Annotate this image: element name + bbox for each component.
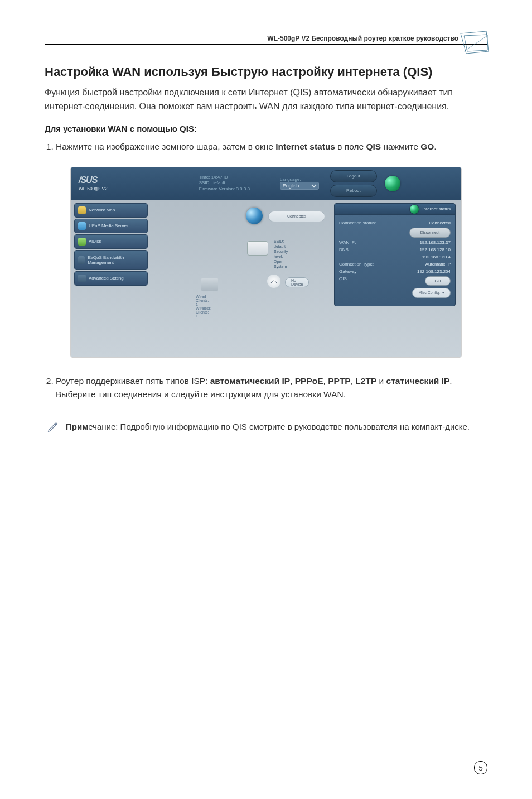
diagram-laptop-icon[interactable] — [201, 278, 218, 291]
sidebar-item-advanced[interactable]: Advanced Setting — [74, 271, 148, 286]
diagram-connected-pill: Connected — [268, 211, 325, 222]
status-globe-icon — [410, 205, 419, 214]
diagram-router-info: SSID: default Security level: Open Syste… — [274, 239, 288, 269]
language-block: Language: English — [280, 177, 319, 190]
step-1: Нажмите на изображение земного шара, зат… — [56, 140, 487, 153]
diagram-no-device-pill: No Device — [285, 277, 309, 287]
diagram-wifi-icon[interactable] — [267, 275, 280, 288]
sub-heading: Для установки WAN с помощью QIS: — [45, 124, 487, 133]
diagram-client-counts: Wired Clients: 1 Wireless Clients: 1 — [196, 295, 211, 318]
sidebar-item-aidisk[interactable]: AiDisk — [74, 234, 148, 249]
globe-icon[interactable] — [385, 176, 400, 191]
router-admin-ui: /SUS WL-500gP V2 Time: 14:47 ID SSID: de… — [70, 167, 462, 358]
header-bar: WL-500gP V2 Беспроводный роутер краткое … — [45, 33, 487, 48]
language-select[interactable]: English — [280, 182, 319, 190]
sidebar-item-ezqos[interactable]: EzQoS Bandwidth Management — [74, 250, 148, 270]
pencil-icon — [47, 421, 59, 433]
intro-paragraph: Функция быстрой настройки подключения к … — [45, 86, 487, 114]
misc-config-button[interactable]: Misc Config. ▾ — [412, 288, 451, 298]
section-heading: Настройка WAN используя Быструю настройк… — [45, 65, 487, 79]
diagram-globe-icon[interactable] — [246, 208, 263, 224]
svg-line-3 — [55, 423, 56, 425]
step-2: Роутер поддерживает пять типов ISP: авто… — [56, 374, 487, 401]
note-text: Примечание: Подробную информацию по QIS … — [66, 421, 470, 434]
svg-line-2 — [464, 36, 487, 51]
page-corner-decoration — [458, 29, 491, 55]
page-number: 5 — [474, 761, 487, 774]
reboot-button[interactable]: Reboot — [330, 185, 377, 197]
diagram-router-icon[interactable] — [247, 241, 268, 256]
header-title: WL-500gP V2 Беспроводный роутер краткое … — [267, 35, 458, 42]
sidebar: Network Map UPnP Media Server AiDisk EzQ… — [71, 200, 151, 357]
sidebar-item-network-map[interactable]: Network Map — [74, 203, 148, 218]
header-info: Time: 14:47 ID SSID: default Firmware Ve… — [199, 175, 250, 192]
sidebar-item-upnp[interactable]: UPnP Media Server — [74, 219, 148, 233]
note-block: Примечание: Подробную информацию по QIS … — [45, 415, 487, 440]
disconnect-button[interactable]: Disconnect — [409, 228, 451, 238]
logo: /SUS WL-500gP V2 — [79, 175, 108, 191]
internet-status-panel: Connection status:Connected Disconnect W… — [334, 214, 456, 306]
internet-status-header: Internet status — [334, 203, 456, 215]
logout-button[interactable]: Logout — [330, 170, 377, 182]
qis-go-button[interactable]: GO — [425, 276, 451, 286]
main-area: Connected SSID: default Security level: … — [151, 200, 461, 357]
